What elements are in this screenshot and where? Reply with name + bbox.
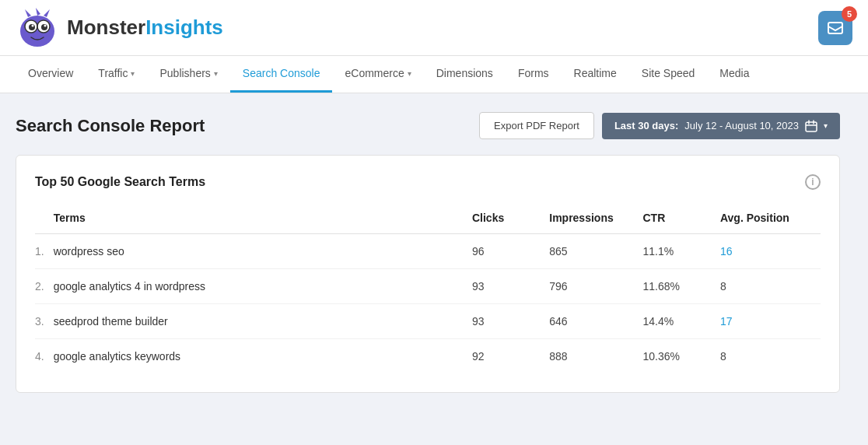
logo-text: MonsterInsights [67,16,223,40]
table-row: 4. google analytics keywords 92 888 10.3… [35,339,821,374]
publishers-chevron-icon: ▾ [214,69,218,78]
row-clicks: 93 [472,269,549,304]
row-clicks: 96 [472,234,549,269]
row-ctr: 11.68% [642,269,720,304]
row-rank: 3. [35,304,54,339]
table-row: 3. seedprod theme builder 93 646 14.4% 1… [35,304,821,339]
row-rank: 4. [35,339,54,374]
inbox-icon [826,19,845,37]
col-header-clicks: Clicks [472,205,549,234]
main-content: Search Console Report Export PDF Report … [0,93,856,412]
nav-item-search-console[interactable]: Search Console [230,56,333,93]
report-header: Search Console Report Export PDF Report … [16,112,840,139]
row-impressions: 646 [549,304,642,339]
nav-item-site-speed[interactable]: Site Speed [629,56,708,93]
header-right: 5 [818,11,852,45]
row-impressions: 888 [549,339,642,374]
row-impressions: 865 [549,234,642,269]
svg-point-0 [20,16,54,47]
nav-item-forms[interactable]: Forms [506,56,562,93]
traffic-chevron-icon: ▾ [131,69,135,78]
nav-item-ecommerce[interactable]: eCommerce ▾ [332,56,423,93]
svg-marker-11 [44,9,50,17]
svg-marker-10 [36,8,40,16]
inbox-badge: 5 [842,6,857,22]
date-range-button[interactable]: Last 30 days: July 12 - August 10, 2023 … [602,113,840,139]
col-header-avg-position: Avg. Position [720,205,821,234]
svg-rect-13 [806,122,817,131]
row-ctr: 10.36% [642,339,720,374]
nav-item-publishers[interactable]: Publishers ▾ [147,56,229,93]
row-term: google analytics keywords [54,339,472,374]
row-term: google analytics 4 in wordpress [54,269,472,304]
col-header-impressions: Impressions [549,205,642,234]
row-rank: 1. [35,234,54,269]
svg-point-7 [32,24,34,26]
table-header: Terms Clicks Impressions CTR Avg. Positi… [35,205,821,234]
nav-item-dimensions[interactable]: Dimensions [424,56,506,93]
nav-item-traffic[interactable]: Traffic ▾ [86,56,147,93]
svg-point-8 [44,24,47,26]
search-terms-card: Top 50 Google Search Terms i Terms Click… [16,155,840,393]
col-header-rank [35,205,54,234]
date-chevron-icon: ▾ [824,121,828,130]
row-avg-position: 16 [720,234,821,269]
svg-marker-9 [25,9,31,17]
row-impressions: 796 [549,269,642,304]
date-label: Last 30 days: [614,120,678,131]
monster-insights-logo-icon [16,6,59,50]
logo-text-highlight: Insights [145,16,223,39]
table-row: 2. google analytics 4 in wordpress 93 79… [35,269,821,304]
date-range-value: July 12 - August 10, 2023 [684,120,799,131]
info-icon[interactable]: i [805,174,821,190]
row-clicks: 93 [472,304,549,339]
header: MonsterInsights 5 [0,0,868,56]
row-avg-position: 8 [720,339,821,374]
export-pdf-button[interactable]: Export PDF Report [479,112,594,139]
report-header-actions: Export PDF Report Last 30 days: July 12 … [479,112,840,139]
row-ctr: 14.4% [642,304,720,339]
logo-area: MonsterInsights [16,6,223,50]
search-terms-table: Terms Clicks Impressions CTR Avg. Positi… [35,205,821,373]
row-term: wordpress seo [54,234,472,269]
nav-item-media[interactable]: Media [707,56,761,93]
col-header-ctr: CTR [642,205,720,234]
report-title: Search Console Report [16,116,205,136]
inbox-button[interactable]: 5 [818,11,852,45]
table-body: 1. wordpress seo 96 865 11.1% 16 2. goog… [35,234,821,374]
row-rank: 2. [35,269,54,304]
row-ctr: 11.1% [642,234,720,269]
main-nav: Overview Traffic ▾ Publishers ▾ Search C… [0,56,868,93]
nav-item-overview[interactable]: Overview [16,56,86,93]
ecommerce-chevron-icon: ▾ [408,69,411,78]
nav-item-realtime[interactable]: Realtime [562,56,629,93]
table-row: 1. wordpress seo 96 865 11.1% 16 [35,234,821,269]
row-avg-position: 17 [720,304,821,339]
col-header-terms: Terms [54,205,472,234]
card-title: Top 50 Google Search Terms [35,175,205,189]
card-title-row: Top 50 Google Search Terms i [35,174,821,190]
row-avg-position: 8 [720,269,821,304]
calendar-icon [805,120,817,132]
row-term: seedprod theme builder [54,304,472,339]
row-clicks: 92 [472,339,549,374]
